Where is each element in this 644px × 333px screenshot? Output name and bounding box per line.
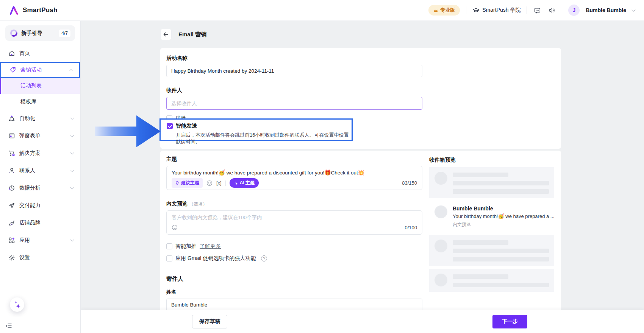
preheader-char-counter: 0/100 [405,225,417,230]
sidebar-item-template-library[interactable]: 模板库 [0,94,80,110]
subject-column: 主题 Your birthday month!🥳 we have prepare… [166,156,422,322]
preheader-editor[interactable]: 客户收到的内文预览，建议在100个字内 0/100 [166,210,422,235]
academy-link[interactable]: SmartPush 学院 [472,7,521,14]
user-avatar[interactable]: J [568,5,580,16]
tag-icon [9,67,16,73]
sidebar-item-popup-forms[interactable]: 弹窗表单 [0,127,80,145]
back-button[interactable] [160,29,172,40]
page-header: Email 营销 [160,29,206,40]
home-icon [8,50,15,57]
sidebar-item-store-branding[interactable]: 店铺品牌 [0,214,80,232]
plan-badge-label: 专业版 [440,7,455,14]
crown-icon [433,8,438,13]
preheader-placeholder[interactable]: 客户收到的内文预览，建议在100个字内 [167,211,422,221]
sidebar-item-label: 自动化 [19,115,71,122]
sidebar-item-solutions[interactable]: 解决方案 [0,145,80,162]
tutorial-highlight-box-sidebar: 营销活动 [0,62,80,78]
skeleton-email-row [429,269,554,292]
subject-sender-card: 主题 Your birthday month!🥳 we have prepare… [160,151,561,313]
gmail-promo-checkbox[interactable] [166,255,172,261]
campaign-basics-card: 活动名称 收件人 排除 智能发送 开启后，本次活动邮件将会跳过前16小时收到过邮… [160,48,561,149]
sidebar-item-deliverability[interactable]: 交付能力 [0,197,80,214]
smart-send-label: 智能发送 [176,123,197,129]
footer-bar: 保存草稿 下一步 [81,310,644,333]
sidebar-item-label: 交付能力 [19,202,73,209]
topbar: SmartPush 专业版 SmartPush 学院 J Bumble Bumb… [0,0,644,21]
sidebar-item-campaigns[interactable]: 营销活动 [1,63,79,77]
ai-subject-button[interactable]: AI 主题 [230,178,259,188]
pie-chart-icon [8,185,15,191]
smartpush-logo-icon [9,5,19,15]
sidebar-item-analytics[interactable]: 数据分析 [0,179,80,197]
skeleton-bar [453,173,508,177]
preheader-label-row: 内文预览 （选填） [166,201,422,207]
announcement-icon[interactable] [547,6,556,14]
skeleton-avatar [435,274,447,286]
campaign-name-input[interactable] [166,65,422,77]
subject-label: 主题 [166,156,422,163]
sidebar-item-label: 活动列表 [20,82,42,89]
user-name[interactable]: Bumble Bumble [586,7,626,13]
smart-send-checkbox[interactable] [167,123,173,129]
emoji-picker-icon[interactable] [172,224,178,230]
sidebar: 新手引导 4/7 首页 营销活动 活动列表 模板库 自动化 弹窗 [0,21,81,333]
plan-badge[interactable]: 专业版 [428,5,460,16]
preview-preheader: 内文预览 [453,221,554,228]
skeleton-bar [453,274,508,279]
sidebar-item-apps[interactable]: 应用 [0,232,80,249]
sidebar-item-settings[interactable]: 设置 [0,249,80,266]
help-icon[interactable]: ? [261,255,267,261]
sidebar-item-automation[interactable]: 自动化 [0,110,80,127]
save-draft-button[interactable]: 保存草稿 [192,315,227,328]
chevron-up-icon[interactable] [69,69,73,73]
feedback-icon[interactable] [533,6,541,14]
skeleton-lines [453,240,549,261]
emoji-picker-icon[interactable] [206,180,213,186]
graduation-cap-icon [472,7,480,14]
smart-boost-checkbox[interactable] [166,243,172,249]
preheader-optional-tag: （选填） [189,201,207,207]
merge-tag-button[interactable]: [x] [216,180,222,186]
sidebar-item-home[interactable]: 首页 [0,45,80,62]
sidebar-item-label: 营销活动 [20,67,70,73]
collapse-menu-icon[interactable] [5,322,12,329]
apps-grid-icon [8,237,15,244]
automation-icon [8,115,15,122]
sender-name-label: 姓名 [166,289,422,296]
preheader-toolbar: 0/100 [167,221,422,230]
chevron-down-icon[interactable] [70,116,74,120]
smart-boost-row: 智能加推 了解更多 [166,243,422,250]
chevron-down-icon[interactable] [70,134,74,137]
chevron-down-icon[interactable] [70,186,74,190]
onboarding-label: 新手引导 [21,30,55,37]
recipients-input[interactable] [166,97,422,110]
ai-assistant-button[interactable] [10,297,24,312]
brand-name: SmartPush [23,6,58,14]
suggest-subject-button[interactable]: 建议主题 [172,178,203,188]
learn-more-link[interactable]: 了解更多 [200,243,221,250]
chevron-down-icon[interactable] [632,8,636,12]
sidebar-item-campaign-list[interactable]: 活动列表 [0,78,80,94]
sidebar-item-label: 设置 [19,254,73,261]
sidebar-item-contacts[interactable]: 联系人 [0,162,80,179]
subject-text[interactable]: Your birthday month!🥳 we have prepared a… [167,166,422,176]
bulb-icon [175,181,180,185]
next-step-button[interactable]: 下一步 [492,315,527,328]
chevron-down-icon[interactable] [70,238,74,242]
skeleton-bar [453,240,508,245]
sidebar-item-label: 弹窗表单 [19,132,71,139]
chevron-down-icon[interactable] [70,151,74,155]
academy-label: SmartPush 学院 [482,7,521,14]
skeleton-avatar [435,172,447,185]
app-window: SmartPush 专业版 SmartPush 学院 J Bumble Bumb… [0,0,644,333]
gear-icon [8,254,15,261]
sender-heading: 寄件人 [166,275,422,283]
chevron-down-icon[interactable] [70,168,74,172]
onboarding-card[interactable]: 新手引导 4/7 [5,25,75,41]
suggest-subject-label: 建议主题 [181,180,199,186]
sender-name-input[interactable] [166,299,422,311]
subject-editor[interactable]: Your birthday month!🥳 we have prepared a… [166,166,422,190]
sidebar-item-label: 店铺品牌 [19,219,73,226]
cart-icon [8,150,15,157]
preview-email-row: Bumble Bumble Your birthday month!🥳 we h… [429,201,554,232]
